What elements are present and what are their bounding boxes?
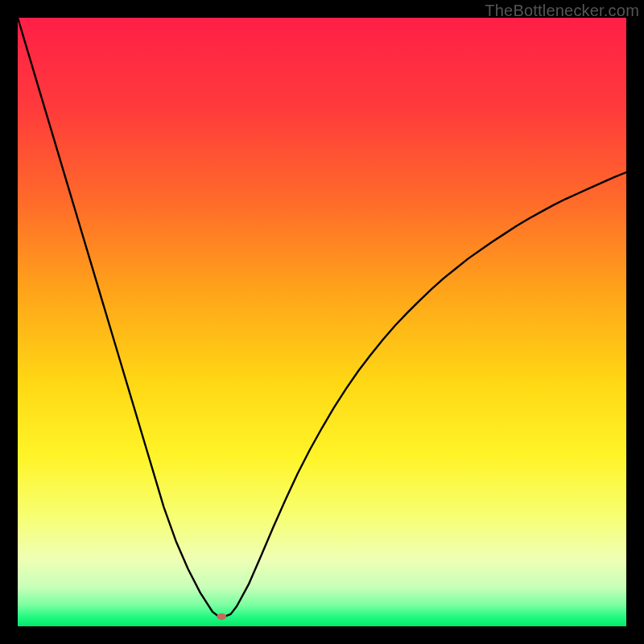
chart-plot-area <box>18 18 626 626</box>
watermark-text: TheBottlenecker.com <box>485 2 639 20</box>
chart-svg <box>18 18 626 626</box>
chart-marker <box>217 613 226 620</box>
chart-frame: TheBottlenecker.com <box>0 0 644 644</box>
